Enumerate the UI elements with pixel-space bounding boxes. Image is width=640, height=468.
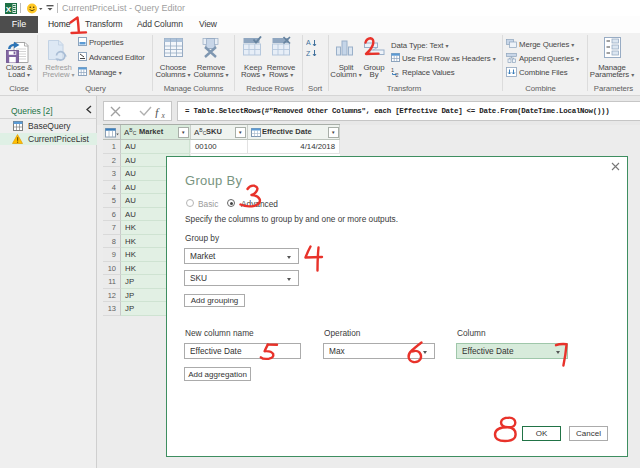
svg-text:x: x (161, 111, 166, 119)
svg-text:A: A (306, 39, 311, 46)
svg-text:Z: Z (306, 50, 311, 57)
svg-text:f: f (155, 106, 160, 118)
svg-text:1: 1 (391, 67, 394, 73)
svg-text:X: X (6, 5, 12, 14)
